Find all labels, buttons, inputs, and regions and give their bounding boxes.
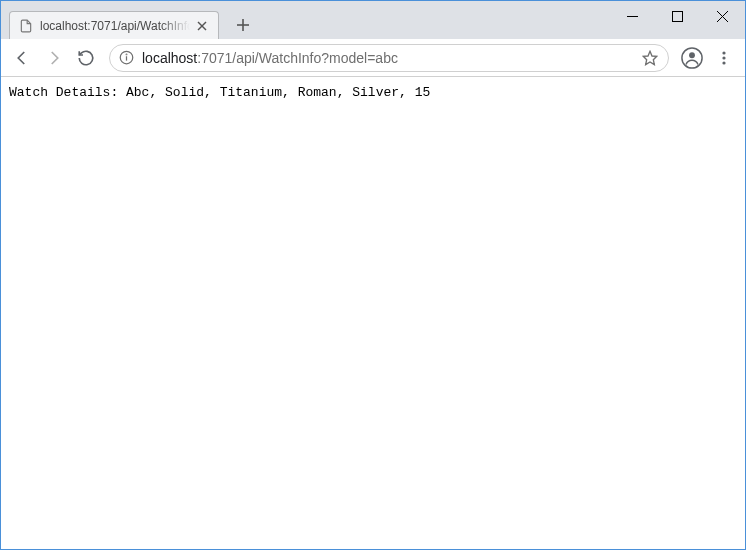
svg-point-13 [689, 52, 695, 58]
new-tab-button[interactable] [229, 11, 257, 39]
url-text: localhost:7071/api/WatchInfo?model=abc [142, 50, 642, 66]
kebab-menu-icon[interactable] [709, 43, 739, 73]
close-tab-button[interactable] [194, 18, 210, 34]
file-icon [18, 18, 34, 34]
minimize-button[interactable] [610, 1, 655, 31]
url-host: localhost [142, 50, 197, 66]
tab-strip: localhost:7071/api/WatchInfo?m [1, 1, 257, 39]
svg-point-15 [722, 56, 725, 59]
bookmark-star-icon[interactable] [642, 50, 658, 66]
profile-avatar-icon[interactable] [677, 43, 707, 73]
reload-button[interactable] [71, 43, 101, 73]
browser-tab[interactable]: localhost:7071/api/WatchInfo?m [9, 11, 219, 39]
svg-rect-5 [673, 11, 683, 21]
tab-title: localhost:7071/api/WatchInfo?m [40, 19, 190, 33]
forward-button[interactable] [39, 43, 69, 73]
page-body-text: Watch Details: Abc, Solid, Titanium, Rom… [1, 77, 745, 108]
window-controls [610, 1, 745, 31]
svg-point-14 [722, 51, 725, 54]
maximize-button[interactable] [655, 1, 700, 31]
svg-point-10 [126, 54, 127, 55]
svg-marker-11 [643, 51, 656, 64]
close-window-button[interactable] [700, 1, 745, 31]
svg-point-16 [722, 61, 725, 64]
browser-toolbar: localhost:7071/api/WatchInfo?model=abc [1, 39, 745, 77]
url-path: :7071/api/WatchInfo?model=abc [197, 50, 398, 66]
site-info-icon[interactable] [118, 50, 134, 66]
address-bar[interactable]: localhost:7071/api/WatchInfo?model=abc [109, 44, 669, 72]
back-button[interactable] [7, 43, 37, 73]
browser-titlebar: localhost:7071/api/WatchInfo?m [1, 1, 745, 39]
